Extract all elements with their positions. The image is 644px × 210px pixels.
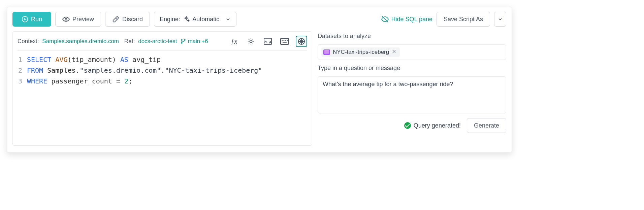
- code-line: 3WHERE passenger_count = 2;: [18, 76, 307, 86]
- svg-point-21: [284, 40, 284, 41]
- svg-line-13: [249, 39, 249, 40]
- context-path[interactable]: Samples.samples.dremio.com: [42, 38, 119, 45]
- run-button[interactable]: Run: [12, 12, 51, 27]
- context-bar: Context: Samples.samples.dremio.com Ref:…: [18, 36, 307, 51]
- keyboard-icon: [280, 38, 289, 45]
- code-line: 2FROM Samples."samples.dremio.com"."NYC-…: [18, 65, 307, 76]
- autocomplete-button[interactable]: A: [262, 36, 273, 47]
- image-a-icon: A: [264, 38, 272, 45]
- editor-column: Context: Samples.samples.dremio.com Ref:…: [12, 31, 312, 146]
- ai-wheel-icon: [298, 38, 305, 45]
- question-label: Type in a question or message: [318, 65, 506, 72]
- svg-line-16: [253, 39, 253, 40]
- toolbar: Run Preview Discard Engine: Automatic Hi…: [12, 12, 506, 27]
- svg-point-5: [181, 39, 182, 40]
- dataset-icon: [323, 49, 330, 55]
- run-label: Run: [31, 16, 42, 23]
- ai-side-panel: Datasets to analyze NYC-taxi-trips-icebe…: [318, 31, 506, 146]
- branch-label: main: [188, 38, 200, 45]
- svg-point-8: [250, 40, 252, 42]
- question-value: What's the average tip for a two-passeng…: [323, 81, 453, 88]
- svg-point-6: [184, 39, 185, 40]
- side-footer: Query generated! Generate: [318, 118, 506, 133]
- save-script-button[interactable]: Save Script As: [437, 12, 490, 27]
- chevron-down-icon: [497, 16, 503, 22]
- keyboard-shortcuts-button[interactable]: [279, 36, 290, 47]
- chevron-down-icon: [225, 16, 231, 22]
- generate-label: Generate: [474, 122, 499, 129]
- engine-select[interactable]: Engine: Automatic: [154, 12, 236, 27]
- line-number: 3: [18, 76, 27, 86]
- save-script-label: Save Script As: [444, 16, 483, 23]
- body-row: Context: Samples.samples.dremio.com Ref:…: [12, 31, 506, 146]
- sun-icon: [247, 38, 255, 45]
- hide-sql-label: Hide SQL pane: [391, 16, 432, 23]
- svg-point-20: [282, 40, 283, 41]
- svg-line-3: [116, 18, 117, 20]
- eye-off-icon: [381, 15, 389, 23]
- svg-point-23: [287, 40, 288, 41]
- hide-sql-pane-link[interactable]: Hide SQL pane: [381, 15, 432, 23]
- code-line: 1SELECT AVG(tip_amount) AS avg_tip: [18, 54, 307, 65]
- ref-value[interactable]: docs-arctic-test: [138, 38, 177, 45]
- play-icon: [22, 16, 28, 23]
- fx-function-button[interactable]: ƒx: [228, 36, 240, 47]
- eraser-icon: [112, 15, 120, 23]
- svg-marker-1: [24, 18, 26, 21]
- branch-selector[interactable]: main +6: [180, 38, 208, 45]
- svg-rect-19: [281, 38, 289, 44]
- discard-button[interactable]: Discard: [105, 12, 150, 27]
- question-textarea[interactable]: What's the average tip for a two-passeng…: [318, 76, 506, 113]
- remove-chip-button[interactable]: [392, 49, 396, 56]
- svg-line-14: [253, 43, 253, 43]
- save-script-dropdown[interactable]: [494, 12, 506, 27]
- svg-point-22: [286, 40, 286, 41]
- line-content: WHERE passenger_count = 2;: [27, 76, 132, 86]
- branch-extra: +6: [201, 38, 208, 45]
- status-message: Query generated!: [404, 122, 461, 129]
- sql-panel: Run Preview Discard Engine: Automatic Hi…: [7, 7, 512, 153]
- branch-icon: [180, 38, 186, 44]
- line-number: 2: [18, 65, 27, 76]
- svg-line-15: [249, 43, 249, 43]
- svg-point-2: [65, 18, 67, 20]
- dataset-chip: NYC-taxi-trips-iceberg: [321, 47, 400, 57]
- close-icon: [392, 49, 396, 54]
- sparkle-icon: [183, 16, 190, 23]
- datasets-label: Datasets to analyze: [318, 33, 506, 40]
- sql-editor[interactable]: 1SELECT AVG(tip_amount) AS avg_tip2FROM …: [18, 54, 307, 86]
- eye-icon: [62, 15, 70, 23]
- engine-label-prefix: Engine:: [160, 16, 180, 23]
- preview-button[interactable]: Preview: [55, 12, 101, 27]
- theme-toggle-button[interactable]: [245, 36, 257, 47]
- preview-label: Preview: [72, 16, 94, 23]
- context-label: Context:: [18, 38, 39, 45]
- line-number: 1: [18, 54, 27, 65]
- dataset-chip-label: NYC-taxi-trips-iceberg: [333, 49, 389, 56]
- datasets-input[interactable]: NYC-taxi-trips-iceberg: [318, 44, 506, 60]
- line-content: SELECT AVG(tip_amount) AS avg_tip: [27, 54, 161, 65]
- engine-value: Automatic: [192, 16, 219, 23]
- status-text: Query generated!: [414, 122, 461, 129]
- ai-assistant-button[interactable]: [296, 36, 307, 47]
- line-content: FROM Samples."samples.dremio.com"."NYC-t…: [27, 65, 262, 76]
- svg-text:A: A: [269, 40, 272, 44]
- discard-label: Discard: [122, 16, 143, 23]
- check-icon: [404, 122, 411, 129]
- ref-label: Ref:: [124, 38, 135, 45]
- generate-button[interactable]: Generate: [467, 118, 506, 133]
